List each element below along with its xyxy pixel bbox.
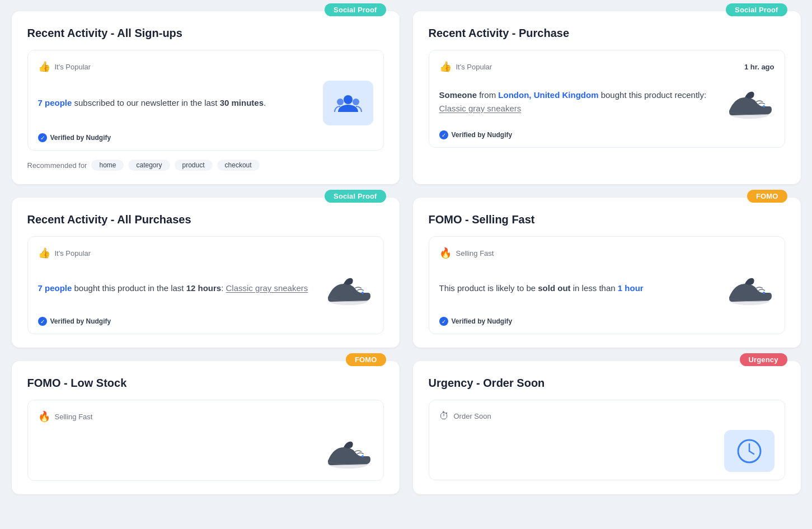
verified-row-purchase: ✓ Verified by Nudgify xyxy=(439,130,775,139)
inner-card-signup: 👍 It's Popular 7 people subscribed to ou… xyxy=(27,50,384,151)
verified-text-all-purchases: Verified by Nudgify xyxy=(50,317,111,325)
verified-icon-all-purchases: ✓ xyxy=(38,317,47,326)
purchase-someone: Someone xyxy=(439,90,477,100)
shoe-img-all-purchases xyxy=(323,267,373,309)
verified-row-all-purchases: ✓ Verified by Nudgify xyxy=(38,317,373,326)
badge-social-proof-1: Social Proof xyxy=(325,3,386,16)
verified-icon-selling-fast: ✓ xyxy=(439,317,448,326)
inner-card-all-purchases: 👍 It's Popular 7 people bought this prod… xyxy=(27,236,384,334)
inner-body-low-stock xyxy=(38,430,373,472)
time-label-purchase: 1 hr. ago xyxy=(744,63,774,71)
order-soon-label: Order Soon xyxy=(454,412,491,420)
card-title-order-soon: Urgency - Order Soon xyxy=(429,377,785,390)
card-title-purchase: Recent Activity - Purchase xyxy=(429,27,785,40)
verified-text-purchase: Verified by Nudgify xyxy=(452,131,513,139)
popular-label-all-purchases: It's Popular xyxy=(55,249,91,258)
shoe-img-low-stock xyxy=(323,430,373,472)
card-selling-fast: FOMO FOMO - Selling Fast 🔥 Selling Fast … xyxy=(413,198,801,348)
signup-text-rest: subscribed to our newsletter in the last xyxy=(72,98,219,107)
card-all-purchases: Social Proof Recent Activity - All Purch… xyxy=(12,198,400,348)
low-stock-text xyxy=(38,438,316,466)
inner-header-purchase: 👍 It's Popular 1 hr. ago xyxy=(439,60,775,73)
order-soon-text xyxy=(439,437,717,465)
card-title-low-stock: FOMO - Low Stock xyxy=(27,377,384,390)
shoe-icon-low-stock xyxy=(323,432,373,472)
popular-label-purchase: It's Popular xyxy=(456,63,492,71)
card-title-signup: Recent Activity - All Sign-ups xyxy=(27,27,384,40)
shoe-icon-selling-fast xyxy=(725,268,774,308)
clock-icon-order-soon: ⏱ xyxy=(439,410,449,422)
svg-point-0 xyxy=(344,95,353,104)
signup-text: 7 people subscribed to our newsletter in… xyxy=(38,96,316,109)
order-soon-img xyxy=(724,430,775,472)
fire-icon-selling-fast: 🔥 xyxy=(439,247,452,259)
inner-card-purchase: 👍 It's Popular 1 hr. ago Someone from Lo… xyxy=(429,50,785,148)
svg-point-1 xyxy=(337,99,344,105)
shoe-img-selling-fast xyxy=(724,267,775,309)
selling-fast-text1: This product is likely to be xyxy=(439,283,538,293)
badge-social-proof-3: Social Proof xyxy=(325,190,386,203)
card-low-stock: FOMO FOMO - Low Stock 🔥 Selling Fast xyxy=(12,361,400,494)
shoe-icon-all-purchases xyxy=(323,268,373,308)
fire-icon-low-stock: 🔥 xyxy=(38,410,50,423)
shoe-img-purchase xyxy=(724,81,775,123)
inner-header-order-soon: ⏱ Order Soon xyxy=(439,410,775,422)
badge-fomo-1: FOMO xyxy=(747,190,787,203)
card-order-soon: Urgency Urgency - Order Soon ⏱ Order Soo… xyxy=(413,361,801,494)
card-title-selling-fast: FOMO - Selling Fast xyxy=(429,213,785,226)
tag-category[interactable]: category xyxy=(128,160,170,171)
card-grid: Social Proof Recent Activity - All Sign-… xyxy=(12,11,801,494)
inner-body-signup: 7 people subscribed to our newsletter in… xyxy=(38,81,373,125)
signup-minutes: 30 minutes xyxy=(220,98,264,107)
selling-fast-label: Selling Fast xyxy=(456,249,494,258)
inner-body-selling-fast: This product is likely to be sold out in… xyxy=(439,267,775,309)
signup-people: 7 people xyxy=(38,98,72,107)
thumb-icon-all-purchases: 👍 xyxy=(38,247,50,259)
verified-text-selling-fast: Verified by Nudgify xyxy=(452,317,513,325)
tag-checkout[interactable]: checkout xyxy=(217,160,260,171)
verified-text-signup: Verified by Nudgify xyxy=(50,134,111,142)
thumb-icon-signup: 👍 xyxy=(38,60,50,73)
selling-fast-hour: 1 hour xyxy=(618,283,644,293)
svg-point-10 xyxy=(362,455,364,457)
inner-header-low-stock: 🔥 Selling Fast xyxy=(38,410,373,423)
popular-label-signup: It's Popular xyxy=(55,63,91,71)
inner-header-selling-fast: 🔥 Selling Fast xyxy=(439,247,775,259)
inner-header-all-purchases: 👍 It's Popular xyxy=(38,247,373,259)
card-title-all-purchases: Recent Activity - All Purchases xyxy=(27,213,384,226)
shoe-icon-purchase xyxy=(725,82,774,122)
all-purchases-hours: 12 hours xyxy=(186,283,222,293)
inner-card-order-soon: ⏱ Order Soon xyxy=(429,400,785,480)
svg-point-4 xyxy=(763,105,765,107)
all-purchases-product: Classic gray sneakers xyxy=(226,283,308,293)
inner-card-selling-fast: 🔥 Selling Fast This product is likely to… xyxy=(429,236,785,334)
tag-product[interactable]: product xyxy=(175,160,213,171)
badge-urgency-1: Urgency xyxy=(740,353,787,366)
people-icon xyxy=(332,87,364,119)
purchase-product: Classic gray sneakers xyxy=(439,104,522,113)
verified-icon-signup: ✓ xyxy=(38,133,47,142)
recommended-row: Recommended for home category product ch… xyxy=(27,160,384,171)
recommended-label: Recommended for xyxy=(27,161,87,170)
thumb-icon-purchase: 👍 xyxy=(439,60,452,73)
inner-header-signup: 👍 It's Popular xyxy=(38,60,373,73)
selling-fast-text: This product is likely to be sold out in… xyxy=(439,282,717,294)
order-soon-icon xyxy=(735,437,763,465)
svg-point-2 xyxy=(353,99,359,105)
inner-body-all-purchases: 7 people bought this product in the last… xyxy=(38,267,373,309)
inner-body-purchase: Someone from London, United Kingdom boug… xyxy=(439,81,775,123)
verified-icon-purchase: ✓ xyxy=(439,130,448,139)
purchase-text: Someone from London, United Kingdom boug… xyxy=(439,88,717,115)
all-purchases-people: 7 people xyxy=(38,283,72,293)
selling-fast-sold-out: sold out xyxy=(538,283,570,293)
verified-row-selling-fast: ✓ Verified by Nudgify xyxy=(439,317,775,326)
inner-body-order-soon xyxy=(439,430,775,472)
svg-line-13 xyxy=(749,451,754,454)
purchase-location: London, United Kingdom xyxy=(498,90,598,100)
tag-home[interactable]: home xyxy=(91,160,124,171)
card-signup: Social Proof Recent Activity - All Sign-… xyxy=(12,11,400,184)
svg-point-6 xyxy=(362,292,364,294)
verified-row-signup: ✓ Verified by Nudgify xyxy=(38,133,373,142)
svg-point-8 xyxy=(763,292,765,294)
badge-fomo-2: FOMO xyxy=(346,353,386,366)
